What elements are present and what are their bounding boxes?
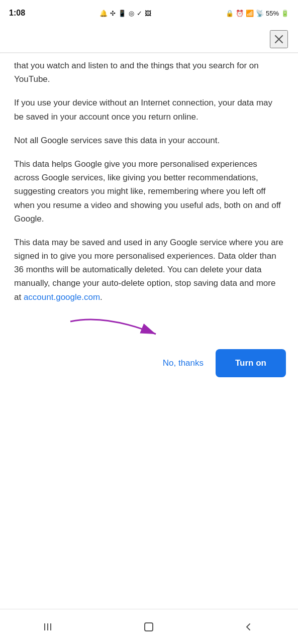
navigation-bar (0, 609, 298, 644)
paragraph-4: This data helps Google give you more per… (14, 157, 284, 226)
battery-level: 55% (266, 10, 279, 17)
lock-icon: 🔒 (226, 10, 234, 17)
wifi-icon: 📶 (246, 10, 254, 17)
turn-on-button[interactable]: Turn on (216, 349, 286, 377)
nav-recent-apps[interactable] (41, 618, 59, 636)
google-account-link[interactable]: account.google.com (24, 292, 100, 302)
close-button[interactable] (270, 30, 288, 48)
whatsapp-icon: 📱 (118, 10, 126, 17)
status-right-icons: 🔒 ⏰ 📶 📡 55% 🔋 (226, 10, 289, 17)
paragraph-5: This data may be saved and used in any G… (14, 236, 284, 304)
notification-icon: 🔔 (100, 10, 108, 17)
nav-back[interactable] (239, 618, 257, 636)
paragraph-5-end: . (100, 292, 103, 302)
content-area: that you watch and listen to and the thi… (0, 54, 298, 314)
close-bar (0, 26, 298, 52)
paragraph-1: that you watch and listen to and the thi… (14, 59, 284, 86)
svg-rect-6 (145, 623, 153, 631)
paragraph-2: If you use your device without an Intern… (14, 96, 284, 123)
arrow-svg (65, 314, 176, 344)
image-icon: 🖼 (145, 10, 151, 17)
instagram-icon: ◎ (129, 10, 134, 17)
no-thanks-button[interactable]: No, thanks (159, 353, 208, 373)
alarm-icon: ⏰ (236, 10, 244, 17)
status-time: 1:08 (9, 9, 25, 18)
paragraph-3: Not all Google services save this data i… (14, 134, 284, 147)
nav-home[interactable] (140, 618, 158, 636)
check-icon: ✓ (137, 10, 142, 17)
slack-icon: ✣ (110, 10, 116, 17)
status-bar: 1:08 🔔 ✣ 📱 ◎ ✓ 🖼 🔒 ⏰ 📶 📡 55% 🔋 (0, 0, 298, 26)
bottom-actions: No, thanks Turn on (0, 344, 298, 387)
signal-icon: 📡 (256, 10, 264, 17)
status-icons: 🔔 ✣ 📱 ◎ ✓ 🖼 (100, 10, 151, 17)
battery-icon: 🔋 (281, 10, 289, 17)
arrow-annotation (0, 314, 298, 344)
